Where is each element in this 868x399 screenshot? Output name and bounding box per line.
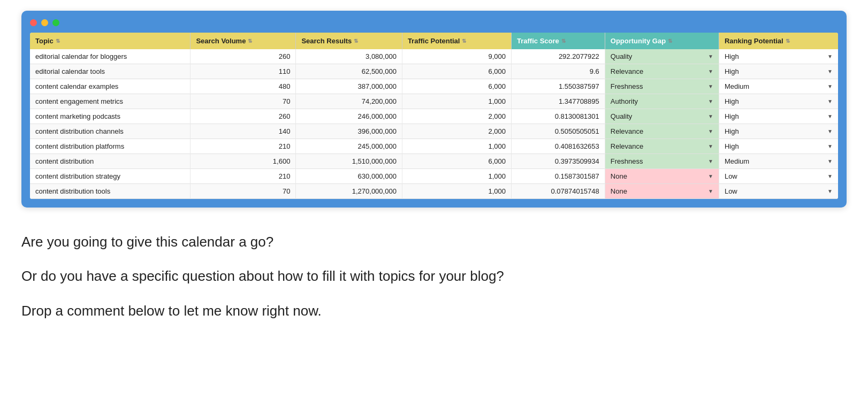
data-table: Topic ⇅ Search Volume ⇅ [30,33,838,199]
cell-traffic-score: 0.1587301587 [512,169,605,184]
cell-opportunity-gap[interactable]: Quality▼ [605,49,719,64]
th-search-volume[interactable]: Search Volume ⇅ [191,33,296,49]
th-opportunity-gap[interactable]: Opportunity Gap ⇅ [605,33,719,49]
table-header-row: Topic ⇅ Search Volume ⇅ [30,33,838,49]
table-row: content marketing podcasts260246,000,000… [30,109,838,124]
cell-traffic-score: 9.6 [512,64,605,79]
cell-ranking-potential[interactable]: Low▼ [719,184,838,199]
cell-ranking-potential[interactable]: High▼ [719,94,838,109]
table-row: editorial calendar for bloggers2603,080,… [30,49,838,64]
opp-dropdown-icon[interactable]: ▼ [708,173,713,179]
cell-topic: content calendar examples [30,79,191,94]
cell-search-volume: 210 [191,139,296,154]
cell-topic: content distribution [30,154,191,169]
cell-ranking-potential[interactable]: High▼ [719,139,838,154]
rank-dropdown-icon[interactable]: ▼ [827,188,833,194]
cell-ranking-potential[interactable]: High▼ [719,49,838,64]
rank-dropdown-icon[interactable]: ▼ [827,83,833,89]
opp-dropdown-icon[interactable]: ▼ [708,143,713,149]
rank-dropdown-icon[interactable]: ▼ [827,128,833,134]
table-row: content distribution1,6001,510,000,0006,… [30,154,838,169]
cell-traffic-potential: 6,000 [402,154,511,169]
cell-traffic-score: 0.4081632653 [512,139,605,154]
cell-opportunity-gap[interactable]: Authority▼ [605,94,719,109]
cell-search-volume: 260 [191,49,296,64]
cell-search-results: 3,080,000 [296,49,402,64]
cell-search-results: 1,270,000,000 [296,184,402,199]
cell-traffic-potential: 2,000 [402,109,511,124]
opp-dropdown-icon[interactable]: ▼ [708,68,713,74]
cell-search-results: 246,000,000 [296,109,402,124]
table-row: content distribution strategy210630,000,… [30,169,838,184]
maximize-button[interactable] [52,19,59,26]
cell-topic: content distribution channels [30,124,191,139]
table-row: content distribution platforms210245,000… [30,139,838,154]
paragraph-3: Drop a comment below to let me know righ… [21,301,847,320]
cell-search-results: 396,000,000 [296,124,402,139]
cell-opportunity-gap[interactable]: None▼ [605,169,719,184]
cell-ranking-potential[interactable]: Medium▼ [719,154,838,169]
th-search-results[interactable]: Search Results ⇅ [296,33,402,49]
cell-opportunity-gap[interactable]: Freshness▼ [605,79,719,94]
cell-ranking-potential[interactable]: Medium▼ [719,79,838,94]
cell-search-volume: 1,600 [191,154,296,169]
cell-topic: content distribution platforms [30,139,191,154]
rank-dropdown-icon[interactable]: ▼ [827,143,833,149]
sort-icon-topic[interactable]: ⇅ [56,38,60,44]
opp-dropdown-icon[interactable]: ▼ [708,128,713,134]
sort-icon-search-results[interactable]: ⇅ [354,38,358,44]
cell-opportunity-gap[interactable]: Relevance▼ [605,124,719,139]
rank-dropdown-icon[interactable]: ▼ [827,158,833,164]
th-traffic-potential[interactable]: Traffic Potential ⇅ [402,33,511,49]
cell-search-volume: 140 [191,124,296,139]
cell-traffic-potential: 2,000 [402,124,511,139]
cell-ranking-potential[interactable]: High▼ [719,109,838,124]
th-traffic-score[interactable]: Traffic Score ⇅ [512,33,605,49]
cell-traffic-score: 0.8130081301 [512,109,605,124]
cell-ranking-potential[interactable]: High▼ [719,64,838,79]
cell-opportunity-gap[interactable]: Freshness▼ [605,154,719,169]
cell-traffic-score: 0.5050505051 [512,124,605,139]
rank-dropdown-icon[interactable]: ▼ [827,68,833,74]
table-container: Topic ⇅ Search Volume ⇅ [30,33,838,199]
sort-icon-ranking-potential[interactable]: ⇅ [786,38,790,44]
table-row: content distribution tools701,270,000,00… [30,184,838,199]
cell-opportunity-gap[interactable]: Relevance▼ [605,139,719,154]
rank-dropdown-icon[interactable]: ▼ [827,53,833,59]
opp-dropdown-icon[interactable]: ▼ [708,188,713,194]
cell-opportunity-gap[interactable]: Quality▼ [605,109,719,124]
cell-traffic-potential: 6,000 [402,79,511,94]
th-topic[interactable]: Topic ⇅ [30,33,191,49]
cell-search-results: 74,200,000 [296,94,402,109]
mac-window: Topic ⇅ Search Volume ⇅ [21,11,847,208]
cell-opportunity-gap[interactable]: None▼ [605,184,719,199]
cell-traffic-score: 292.2077922 [512,49,605,64]
opp-dropdown-icon[interactable]: ▼ [708,113,713,119]
sort-icon-traffic-score[interactable]: ⇅ [561,38,566,44]
rank-dropdown-icon[interactable]: ▼ [827,98,833,104]
cell-search-results: 62,500,000 [296,64,402,79]
rank-dropdown-icon[interactable]: ▼ [827,173,833,179]
cell-topic: editorial calendar for bloggers [30,49,191,64]
cell-search-results: 630,000,000 [296,169,402,184]
th-ranking-potential[interactable]: Ranking Potential ⇅ [719,33,838,49]
cell-traffic-potential: 1,000 [402,169,511,184]
opp-dropdown-icon[interactable]: ▼ [708,98,713,104]
cell-search-volume: 70 [191,184,296,199]
opp-dropdown-icon[interactable]: ▼ [708,53,713,59]
sort-icon-opportunity-gap[interactable]: ⇅ [668,38,672,44]
cell-opportunity-gap[interactable]: Relevance▼ [605,64,719,79]
opp-dropdown-icon[interactable]: ▼ [708,83,713,89]
cell-search-volume: 70 [191,94,296,109]
rank-dropdown-icon[interactable]: ▼ [827,113,833,119]
cell-traffic-potential: 1,000 [402,184,511,199]
cell-ranking-potential[interactable]: High▼ [719,124,838,139]
minimize-button[interactable] [41,19,48,26]
paragraph-2: Or do you have a specific question about… [21,266,847,286]
close-button[interactable] [30,19,37,26]
sort-icon-search-volume[interactable]: ⇅ [248,38,252,44]
cell-ranking-potential[interactable]: Low▼ [719,169,838,184]
cell-topic: content marketing podcasts [30,109,191,124]
opp-dropdown-icon[interactable]: ▼ [708,158,713,164]
sort-icon-traffic-potential[interactable]: ⇅ [462,38,466,44]
